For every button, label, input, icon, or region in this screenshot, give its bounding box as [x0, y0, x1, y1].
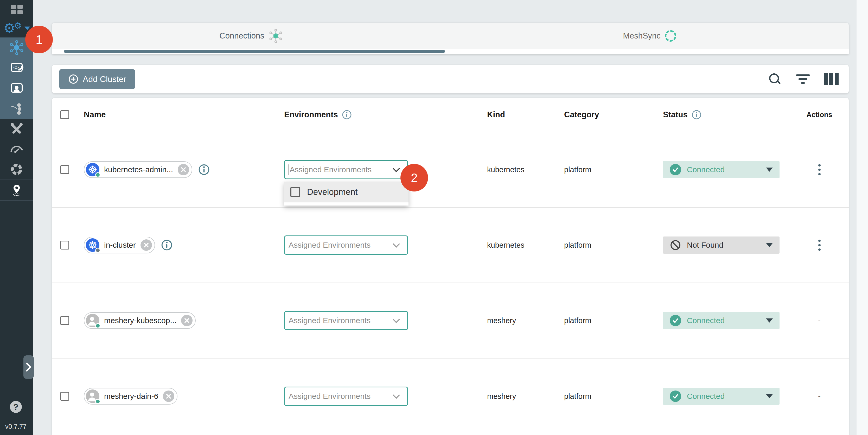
remove-chip-icon[interactable]: [163, 391, 174, 402]
chevron-right-icon: [25, 362, 32, 372]
environments-select[interactable]: Assigned Environments: [284, 160, 408, 179]
sidebar-item-configuration[interactable]: <>: [0, 58, 33, 78]
connection-name-chip[interactable]: ☸ in-cluster: [84, 237, 155, 253]
info-icon: [198, 164, 210, 176]
sidebar-lifecycle-submenu: <>: [0, 37, 33, 119]
connection-info-button[interactable]: [161, 239, 173, 251]
remove-chip-icon[interactable]: [178, 164, 189, 175]
category-value: platform: [564, 165, 591, 174]
header-actions: Actions: [790, 111, 849, 119]
category-value: platform: [564, 241, 591, 249]
extensions-ring-icon: [9, 162, 24, 177]
table-row: ☸ in-cluster Assigned Environments: [52, 208, 849, 283]
row-actions-menu-button[interactable]: [816, 237, 823, 253]
meshery-avatar-icon: [86, 390, 99, 403]
sidebar-item-dashboard[interactable]: [0, 0, 33, 19]
status-select[interactable]: Connected: [663, 312, 779, 329]
add-cluster-label: Add Cluster: [83, 74, 126, 84]
environments-select[interactable]: Assigned Environments: [284, 386, 408, 406]
sidebar-divider: [0, 200, 33, 201]
chevron-down-icon: [766, 318, 773, 322]
search-button[interactable]: [768, 72, 782, 86]
kubernetes-icon: ☸: [86, 163, 99, 177]
meshery-avatar-icon: [86, 314, 99, 327]
dropdown-option-development[interactable]: Development: [284, 182, 408, 203]
row-actions-menu-button[interactable]: [816, 161, 823, 178]
remove-chip-icon[interactable]: [181, 315, 192, 326]
table-header-row: Name Environments Kind Category Status A…: [52, 98, 849, 132]
status-label: Not Found: [687, 241, 723, 249]
row-checkbox[interactable]: [60, 165, 69, 174]
sidebar-footer: ? v0.7.77: [0, 401, 33, 435]
connection-name: kubernetes-admin...: [104, 165, 173, 174]
status-select[interactable]: Not Found: [663, 237, 779, 254]
connections-mesh-icon: [9, 40, 24, 55]
option-checkbox[interactable]: [290, 187, 300, 197]
status-select[interactable]: Connected: [663, 161, 779, 178]
table-row: meshery-dain-6 Assigned Environments mes…: [52, 359, 849, 434]
header-kind[interactable]: Kind: [479, 110, 556, 119]
info-icon[interactable]: [691, 110, 702, 120]
header-name[interactable]: Name: [75, 110, 276, 119]
connection-info-button[interactable]: [198, 164, 210, 176]
chevron-down-icon: [766, 394, 773, 398]
sidebar-item-getting-started[interactable]: [0, 180, 33, 200]
tab-connections[interactable]: Connections: [52, 23, 451, 49]
option-label: Development: [307, 187, 358, 197]
connection-name-chip[interactable]: ☸ kubernetes-admin...: [84, 161, 192, 178]
meshsync-spinner-icon: [665, 30, 676, 42]
select-open-button[interactable]: [385, 312, 407, 330]
row-checkbox[interactable]: [60, 392, 69, 401]
toolbar-actions: [768, 72, 838, 86]
select-open-button[interactable]: [385, 236, 407, 254]
annotation-badge-2: 2: [400, 164, 428, 191]
sidebar-item-performance[interactable]: [0, 139, 33, 159]
annotation-badge-1: 1: [25, 26, 53, 53]
info-icon[interactable]: [342, 110, 352, 120]
sidebar-expand-button[interactable]: [23, 355, 34, 379]
tab-bar: Connections MeshSync: [52, 23, 849, 54]
environments-placeholder: Assigned Environments: [289, 165, 372, 174]
tab-meshsync[interactable]: MeshSync: [451, 23, 849, 49]
header-environments[interactable]: Environments: [276, 110, 479, 120]
sidebar-item-extensions[interactable]: [0, 159, 33, 180]
info-icon: [161, 239, 173, 251]
connected-check-icon: [670, 315, 681, 326]
sidebar-item-pipelines[interactable]: [0, 98, 33, 119]
help-icon[interactable]: ?: [10, 401, 22, 413]
status-select[interactable]: Connected: [663, 387, 779, 405]
tab-connections-label: Connections: [219, 31, 264, 40]
select-open-button[interactable]: [385, 387, 407, 405]
select-all-checkbox[interactable]: [60, 110, 69, 119]
connection-name-chip[interactable]: meshery-dain-6: [84, 388, 178, 405]
row-checkbox[interactable]: [60, 316, 69, 325]
environments-select[interactable]: Assigned Environments: [284, 236, 408, 255]
row-checkbox[interactable]: [60, 241, 69, 249]
header-status[interactable]: Status: [655, 110, 790, 120]
chevron-down-icon: [393, 240, 400, 248]
filter-button[interactable]: [796, 72, 810, 86]
connection-name-chip[interactable]: meshery-kubescop...: [84, 312, 196, 329]
svg-text:<>: <>: [13, 65, 19, 70]
add-cluster-button[interactable]: Add Cluster: [59, 69, 135, 89]
sidebar-item-designs[interactable]: [0, 78, 33, 98]
pipeline-graph-icon: [9, 101, 24, 116]
table-row: meshery-kubescop... Assigned Environment…: [52, 283, 849, 359]
environments-select[interactable]: Assigned Environments: [284, 311, 408, 330]
tab-underline-track: [52, 49, 849, 54]
category-value: platform: [564, 316, 591, 325]
environments-placeholder: Assigned Environments: [288, 241, 371, 249]
connection-name: meshery-kubescop...: [104, 316, 177, 325]
help-glyph: ?: [13, 402, 19, 412]
no-actions-dash: -: [818, 316, 820, 325]
code-window-icon: <>: [9, 60, 24, 75]
category-value: platform: [564, 392, 591, 401]
sidebar-item-toolkit[interactable]: [0, 119, 33, 139]
header-category[interactable]: Category: [556, 110, 655, 119]
lifecycle-gears-icon: ⚙⚙: [3, 21, 30, 35]
plus-circle-icon: [68, 74, 79, 84]
remove-chip-icon[interactable]: [141, 239, 152, 251]
no-actions-dash: -: [818, 392, 820, 401]
view-columns-button[interactable]: [824, 72, 838, 86]
kind-value: meshery: [487, 316, 516, 325]
